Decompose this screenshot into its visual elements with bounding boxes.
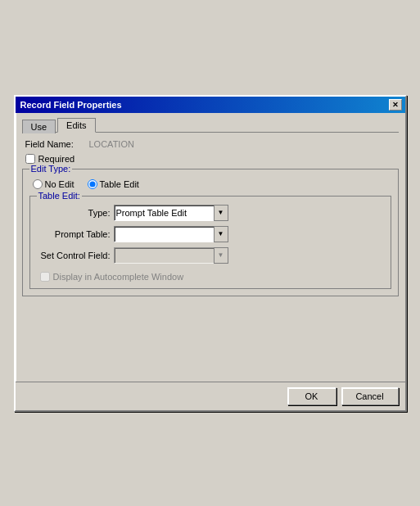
tab-edits[interactable]: Edits [57, 118, 95, 133]
edit-type-group: Edit Type: No Edit Table Edit Table Edit… [22, 169, 399, 296]
control-dropdown-wrapper: ▼ [114, 247, 228, 264]
no-edit-radio[interactable] [33, 179, 43, 189]
edit-type-legend: Edit Type: [29, 164, 73, 174]
field-name-row: Field Name: LOCATION [25, 139, 399, 149]
tab-bar: Use Edits [22, 118, 399, 133]
required-row: Required [25, 154, 399, 164]
required-checkbox[interactable] [25, 154, 35, 164]
prompt-table-label: Prompt Table: [37, 229, 111, 239]
field-name-label: Field Name: [25, 139, 83, 149]
table-edit-group: Table Edit: Type: Prompt Table Edit No E… [29, 196, 391, 289]
type-dropdown[interactable]: Prompt Table Edit No Edit Translate Tabl… [114, 205, 228, 221]
tab-use[interactable]: Use [22, 120, 56, 133]
radio-row: No Edit Table Edit [33, 179, 391, 189]
type-row: Type: Prompt Table Edit No Edit Translat… [37, 205, 384, 221]
close-button[interactable]: ✕ [389, 99, 402, 111]
table-edit-option: Table Edit [88, 179, 139, 189]
prompt-dropdown-wrapper: ▼ [114, 226, 228, 242]
prompt-table-dropdown[interactable] [114, 226, 228, 242]
title-bar: Record Field Properties ✕ [16, 97, 405, 113]
button-row: OK Cancel [16, 382, 405, 410]
field-name-value: LOCATION [89, 139, 134, 149]
type-label: Type: [37, 208, 111, 218]
cancel-button[interactable]: Cancel [341, 387, 399, 405]
content-area: Use Edits Field Name: LOCATION Required … [16, 113, 405, 382]
window-title: Record Field Properties [20, 100, 122, 110]
window: Record Field Properties ✕ Use Edits Fiel… [14, 95, 407, 412]
required-label: Required [38, 154, 75, 164]
control-field-label: Set Control Field: [37, 251, 111, 260]
no-edit-label: No Edit [45, 179, 75, 189]
no-edit-option: No Edit [33, 179, 75, 189]
autocomplete-checkbox[interactable] [40, 272, 50, 282]
table-edit-label: Table Edit [100, 179, 139, 189]
control-field-dropdown[interactable] [114, 247, 228, 264]
ok-button[interactable]: OK [287, 387, 336, 405]
table-edit-legend: Table Edit: [37, 191, 82, 201]
autocomplete-row: Display in Autocomplete Window [40, 272, 384, 282]
prompt-table-row: Prompt Table: ▼ [37, 226, 384, 242]
bottom-spacer [22, 301, 399, 375]
table-edit-radio[interactable] [88, 179, 97, 189]
type-dropdown-wrapper: Prompt Table Edit No Edit Translate Tabl… [114, 205, 228, 221]
autocomplete-label: Display in Autocomplete Window [53, 272, 184, 282]
control-field-row: Set Control Field: ▼ [37, 247, 384, 264]
title-bar-buttons: ✕ [389, 99, 402, 111]
